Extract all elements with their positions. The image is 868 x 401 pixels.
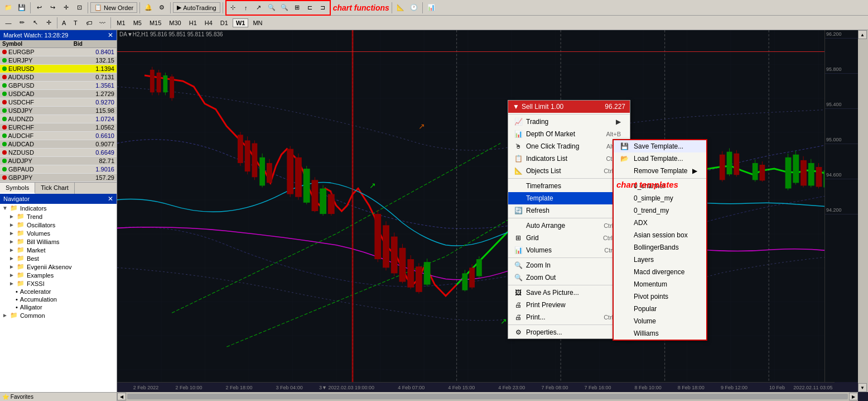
arrow-tool-icon[interactable]: ↖: [29, 17, 41, 29]
back-icon[interactable]: ↩: [33, 2, 45, 14]
tf-m1[interactable]: M1: [113, 18, 128, 27]
tab-symbols[interactable]: Symbols: [0, 183, 35, 194]
timeframes-item[interactable]: Timeframes ▶: [508, 180, 630, 192]
wave-icon[interactable]: 〰: [96, 17, 108, 29]
scroll-thumb[interactable]: [858, 39, 868, 383]
label-icon[interactable]: 🏷: [83, 17, 95, 29]
indicators-list-item[interactable]: 📋 Indicators List Ctrl+I: [508, 152, 630, 165]
scroll-right-btn[interactable]: ▶: [849, 393, 858, 400]
volumes-item[interactable]: 📊 Volumes Ctrl+L: [508, 244, 630, 256]
tf-m15[interactable]: M15: [146, 18, 165, 27]
grid-item[interactable]: ⊞ Grid Ctrl+G: [508, 232, 630, 244]
market-watch-row[interactable]: AUDCHF0.6610: [0, 132, 117, 140]
scroll-track[interactable]: [127, 394, 848, 399]
template-volume[interactable]: Volume: [614, 315, 706, 327]
zoom-rect-icon[interactable]: ⊡: [73, 2, 85, 14]
new-order-button[interactable]: 📋 New Order: [90, 2, 137, 13]
zoom-out-icon[interactable]: 🔍: [278, 2, 291, 14]
save-template-item[interactable]: 💾 Save Template...: [614, 140, 706, 152]
fit-screen-icon[interactable]: ⊞: [291, 2, 303, 14]
line-icon[interactable]: —: [2, 17, 15, 29]
template-0-simple-my[interactable]: 0_simple_my: [614, 192, 706, 204]
print-item[interactable]: 🖨 Print... Ctrl+P: [508, 311, 630, 323]
zoom-in-item[interactable]: 🔍 Zoom In +: [508, 259, 630, 271]
move-icon[interactable]: ✛: [42, 17, 55, 29]
trading-menu-item[interactable]: 📈 Trading ▶: [508, 116, 630, 128]
sell-limit-menu-item[interactable]: ▼ Sell Limit 1.00 96.227: [508, 101, 630, 113]
zoom-out-item[interactable]: 🔍 Zoom Out -: [508, 271, 630, 284]
market-watch-row[interactable]: EURCHF1.0562: [0, 123, 117, 132]
disk-icon[interactable]: 💾: [16, 2, 28, 14]
settings-icon[interactable]: ⚙: [156, 2, 168, 14]
favorites-tab[interactable]: ⭐ Favorites: [2, 394, 33, 400]
clock-icon[interactable]: 🕐: [408, 2, 420, 14]
nav-item-indicators[interactable]: ▼ 📁 Indicators: [0, 204, 117, 212]
tf-h4[interactable]: H4: [201, 18, 216, 27]
template-williams[interactable]: Williams: [614, 327, 706, 340]
properties-item[interactable]: ⚙ Properties... F8: [508, 326, 630, 338]
nav-item-fxssi[interactable]: ► 📁 FXSSI: [0, 279, 117, 288]
tf-m5[interactable]: M5: [130, 18, 145, 27]
file-icon[interactable]: 📁: [2, 2, 15, 14]
auto-arrange-item[interactable]: Auto Arrange Ctrl+A: [508, 219, 630, 232]
tf-h1[interactable]: H1: [186, 18, 200, 27]
depth-of-market-item[interactable]: 📊 Depth Of Market Alt+B: [508, 128, 630, 140]
chart-type-icon[interactable]: 📊: [425, 2, 437, 14]
arrow-diagonal-icon[interactable]: ↗: [253, 2, 265, 14]
nav-item-trend[interactable]: ► 📁 Trend: [0, 212, 117, 221]
market-watch-row[interactable]: GBPJPY157.29: [0, 174, 117, 182]
template-0-trend-my[interactable]: 0_trend_my: [614, 204, 706, 217]
nav-item-bill-williams[interactable]: ► 📁 Bill Williams: [0, 237, 117, 246]
refresh-item[interactable]: 🔄 Refresh: [508, 204, 630, 217]
nav-item-alligator[interactable]: • Alligator: [0, 303, 117, 311]
scroll-left-btn[interactable]: ◀: [117, 393, 126, 400]
nav-item-accumulation[interactable]: • Accumulation: [0, 295, 117, 303]
tf-mn[interactable]: MN: [249, 18, 266, 27]
market-watch-row[interactable]: USDJPY115.98: [0, 107, 117, 115]
print-preview-item[interactable]: 🖨 Print Preview: [508, 299, 630, 311]
nav-item-market[interactable]: ► 📁 Market: [0, 246, 117, 254]
scroll-right-icon[interactable]: ⊐: [317, 2, 329, 14]
market-watch-row[interactable]: USDCAD1.2729: [0, 90, 117, 98]
nav-item-oscillators[interactable]: ► 📁 Oscillators: [0, 221, 117, 229]
market-watch-row[interactable]: GBPUSD1.3561: [0, 82, 117, 90]
template-momentum[interactable]: Momentum: [614, 278, 706, 290]
tf-m30[interactable]: M30: [166, 18, 184, 27]
nav-item-evgenii-aksenov[interactable]: ► 📁 Evgenii Aksenov: [0, 262, 117, 271]
nav-item-examples[interactable]: ► 📁 Examples: [0, 271, 117, 279]
scroll-down-arrow[interactable]: ▼: [858, 383, 867, 392]
chart-area[interactable]: DA▼H2,H1 95.816 95.851 95.811 95.836 ▲ ▼…: [117, 30, 868, 401]
one-click-trading-item[interactable]: 🖱 One Click Trading Alt+T: [508, 140, 630, 152]
autotrading-button[interactable]: ▶ AutoTrading: [173, 2, 220, 13]
crosshair-icon[interactable]: ✛: [60, 2, 72, 14]
market-watch-row[interactable]: EURUSD1.1394: [0, 65, 117, 73]
market-watch-row[interactable]: AUDUSD0.7131: [0, 73, 117, 82]
alert-icon[interactable]: 🔔: [142, 2, 155, 14]
save-as-picture-item[interactable]: 🖼 Save As Picture...: [508, 287, 630, 299]
tf-w1[interactable]: W1: [233, 18, 249, 27]
tf-d1[interactable]: D1: [217, 18, 232, 27]
nav-item-volumes[interactable]: ► 📁 Volumes: [0, 229, 117, 237]
template-item[interactable]: Template ▶: [508, 192, 630, 204]
template-asian-session[interactable]: Asian session box: [614, 229, 706, 241]
nav-item-common[interactable]: ► 📁 Common: [0, 311, 117, 319]
chart-vscroll[interactable]: ▲ ▼: [858, 30, 868, 392]
crosshair-cursor-icon[interactable]: ⊹: [227, 2, 239, 14]
market-watch-row[interactable]: USDCHF0.9270: [0, 98, 117, 107]
market-watch-row[interactable]: AUDJPY82.71: [0, 157, 117, 165]
forward-icon[interactable]: ↪: [46, 2, 59, 14]
market-watch-row[interactable]: NZDUSD0.6649: [0, 149, 117, 157]
market-watch-row[interactable]: AUDCAD0.9077: [0, 140, 117, 149]
remove-template-item[interactable]: Remove Template ▶: [614, 165, 706, 177]
nav-item-best[interactable]: ► 📁 Best: [0, 254, 117, 262]
template-bollinger[interactable]: BollingerBands: [614, 241, 706, 254]
template-layers[interactable]: Layers: [614, 254, 706, 266]
nav-item-accelerator[interactable]: • Accelerator: [0, 288, 117, 295]
market-watch-row[interactable]: EURJPY132.15: [0, 56, 117, 65]
template-macd[interactable]: Macd divergence: [614, 266, 706, 278]
navigator-close-button[interactable]: ✕: [108, 195, 113, 203]
template-popular[interactable]: Popular: [614, 303, 706, 315]
load-template-item[interactable]: 📂 Load Template...: [614, 152, 706, 165]
chart-hscroll[interactable]: ◀ ▶: [117, 392, 858, 401]
text-icon[interactable]: T: [69, 17, 81, 29]
